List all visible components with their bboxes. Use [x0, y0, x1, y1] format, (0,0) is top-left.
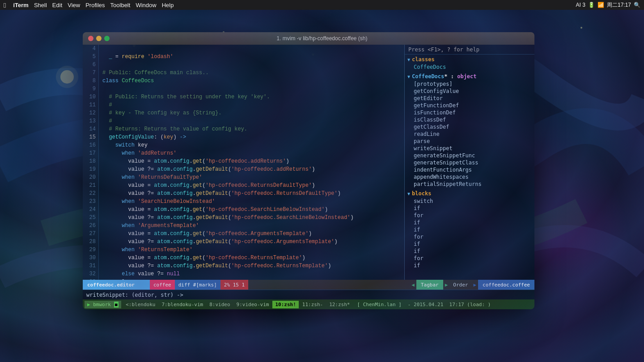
sidebar-item-if-4[interactable]: if	[405, 240, 534, 248]
svg-rect-3	[0, 10, 644, 362]
sidebar-item-if-1[interactable]: if	[405, 205, 534, 212]
terminal-tab-line[interactable]: ▶ bmwork ◼ <:blendoku 7:blendoku-vim 8:v…	[83, 299, 534, 309]
blocks-arrow: ▼	[407, 191, 410, 196]
sidebar-item-prototypes[interactable]: [prototypes]	[405, 80, 534, 88]
line-num-19: 19	[89, 165, 96, 173]
statusbar-filename-left: coffeedoc.editor	[83, 280, 150, 290]
line-num-28: 28	[89, 238, 96, 246]
svg-rect-4	[0, 10, 644, 362]
svg-point-14	[60, 70, 74, 84]
code-line-7: # Public: CoffeeDocs main class..	[102, 69, 401, 77]
menu-edit[interactable]: Edit	[52, 2, 62, 8]
sidebar-item-writesnippet[interactable]: writeSnippet	[405, 145, 534, 152]
code-line-23: when 'SearchLineBelowInstead'	[102, 198, 401, 206]
sidebar-item-readline[interactable]: readLine	[405, 130, 534, 138]
menu-profiles[interactable]: Profiles	[85, 2, 105, 8]
line-num-26: 26	[89, 222, 96, 230]
sidebar-item-getconfigvalue[interactable]: getConfigValue	[405, 88, 534, 95]
code-line-26: when 'ArgumentsTemplate'	[102, 222, 401, 230]
sidebar-item-if-6[interactable]: if	[405, 262, 534, 269]
sidebar-item-switch[interactable]: switch	[405, 198, 534, 205]
func-signature-line: writeSnippet: (editor, str) ->	[83, 290, 534, 299]
maximize-button[interactable]	[104, 36, 110, 41]
sidebar-section-classes-header[interactable]: ▼ classes	[405, 55, 534, 63]
statusbar-filetype: coffee	[150, 280, 175, 290]
tab-hostname: [ ChenMin.lan ]	[354, 301, 404, 308]
search-icon[interactable]: 🔍	[634, 2, 640, 8]
line-num-32: 32	[89, 270, 96, 278]
sidebar-item-if-3[interactable]: if	[405, 226, 534, 233]
sidebar-item-appendwhitespaces[interactable]: appendWhitespaces	[405, 173, 534, 181]
code-line-21: value = atom.config.get('hp-coffeedoc.Re…	[102, 181, 401, 189]
sidebar-item-generatesnippetclass[interactable]: generateSnippetClass	[405, 159, 534, 166]
statusbar-arrow2: ▶	[443, 282, 450, 288]
line-num-12: 12	[89, 109, 96, 117]
statusbar-tagbar: Tagbar	[416, 280, 443, 290]
menu-iterm[interactable]: iTerm	[13, 2, 28, 8]
sidebar-item-coffeedocs[interactable]: CoffeeDocs	[405, 63, 534, 71]
tab-datetime: - 2015.04.21 17:17 (load: )	[405, 301, 493, 308]
line-num-10: 10	[89, 93, 96, 101]
menubar-right-icons: AI 3 🔋 📶 周二17:17 🔍	[576, 1, 640, 9]
menu-view[interactable]: View	[68, 2, 80, 8]
minimize-button[interactable]	[96, 36, 102, 41]
sidebar-item-for-1[interactable]: for	[405, 212, 534, 219]
sidebar-item-geteditor[interactable]: getEditor	[405, 95, 534, 102]
sidebar-item-isclassdef[interactable]: isClassDef	[405, 116, 534, 123]
code-line-25: value ?= atom.config.getDefault('hp-coff…	[102, 214, 401, 222]
classes-label: classes	[412, 56, 435, 63]
sidebar-item-getclassdef[interactable]: getClassDef	[405, 123, 534, 130]
line-num-33: 33	[89, 278, 96, 280]
tab-zsh-11[interactable]: 11:zsh-	[300, 301, 326, 308]
line-num-11: 11	[89, 101, 96, 109]
sidebar-item-for-2[interactable]: for	[405, 233, 534, 240]
sidebar-section-blocks: ▼ blocks switch if for if if for if if f…	[405, 189, 534, 270]
window-titlebar: 1. mvim -v lib/hp-coffeedoc.coffee (sh)	[83, 32, 534, 45]
statusbar-filename-text: coffeedoc.editor	[87, 282, 135, 288]
sidebar-item-if-5[interactable]: if	[405, 248, 534, 255]
sidebar-pane: Press <F1>, ? for help ▼ classes CoffeeD…	[405, 45, 534, 280]
code-line-17: when 'addReturns'	[102, 149, 401, 157]
code-editor-pane[interactable]: 4 5 6 7 8 9 10 11 12 13 14 15 16 17 18 1…	[83, 45, 405, 280]
svg-point-11	[461, 55, 479, 72]
code-line-14: # Returns: Returns the value of config k…	[102, 125, 401, 133]
tab-blendoku[interactable]: <:blendoku	[123, 301, 158, 308]
tab-bmwork-label: bmwork	[93, 302, 114, 307]
sidebar-item-getfunctiondef[interactable]: getFunctionDef	[405, 102, 534, 109]
sidebar-scroll[interactable]: ▼ classes CoffeeDocs ▼ CoffeeDocs* : obj…	[405, 55, 534, 280]
line-num-31: 31	[89, 262, 96, 270]
tab-blendoku-vim[interactable]: 7:blendoku-vim	[159, 301, 206, 308]
line-num-21: 21	[89, 181, 96, 189]
sidebar-item-isfunctiondef[interactable]: isFunctionDef	[405, 109, 534, 116]
tab-video[interactable]: 8:video	[207, 301, 233, 308]
sidebar-section-coffeeedocs: ▼ CoffeeDocs* : object [prototypes] getC…	[405, 72, 534, 189]
sidebar-item-parse[interactable]: parse	[405, 138, 534, 145]
window-title: 1. mvim -v lib/hp-coffeedoc.coffee (sh)	[115, 35, 529, 42]
statusbar-percent: 2% 15 1	[220, 280, 248, 290]
tab-zsh-10[interactable]: 10:zsh!	[272, 301, 298, 308]
code-content[interactable]: _ = require 'lodash' # Public: CoffeeDoc…	[99, 45, 404, 280]
tab-bmwork[interactable]: ▶ bmwork ◼	[85, 301, 121, 308]
sidebar-section-classes: ▼ classes CoffeeDocs	[405, 55, 534, 72]
sidebar-item-indentfunctionargs[interactable]: indentFunctionArgs	[405, 166, 534, 173]
line-num-30: 30	[89, 254, 96, 262]
close-button[interactable]	[88, 36, 93, 41]
menu-window[interactable]: Window	[136, 2, 156, 8]
menu-help[interactable]: Help	[162, 2, 174, 8]
line-num-9: 9	[93, 85, 96, 93]
line-num-6: 6	[93, 61, 96, 69]
sidebar-item-partialsnippetreturns[interactable]: partialSnippetReturns	[405, 181, 534, 188]
code-line-18: value = atom.config.get('hp-coffeedoc.ad…	[102, 157, 401, 165]
tab-video-vim[interactable]: 9:video-vim	[234, 301, 272, 308]
sidebar-section-blocks-header[interactable]: ▼ blocks	[405, 189, 534, 198]
sidebar-item-if-2[interactable]: if	[405, 219, 534, 226]
svg-point-15	[56, 66, 78, 88]
sidebar-section-object-header[interactable]: ▼ CoffeeDocs* : object	[405, 72, 534, 80]
menu-shell[interactable]: Shell	[34, 2, 47, 8]
svg-point-7	[312, 54, 314, 56]
sidebar-item-for-3[interactable]: for	[405, 255, 534, 262]
menu-toolbelt[interactable]: Toolbelt	[110, 2, 131, 8]
tab-zsh-12[interactable]: 12:zsh*	[326, 301, 352, 308]
sidebar-item-generatesnippetfunc[interactable]: generateSnippetFunc	[405, 152, 534, 159]
apple-menu[interactable]: 	[4, 1, 6, 9]
